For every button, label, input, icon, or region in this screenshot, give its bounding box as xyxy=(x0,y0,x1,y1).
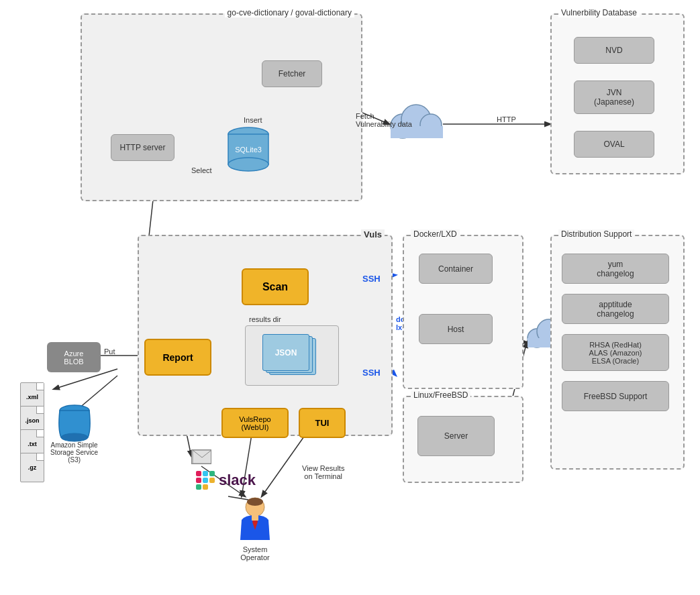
freebsd-component: FreeBSD Support xyxy=(562,381,669,411)
svg-rect-46 xyxy=(203,478,208,483)
nvd-component: NVD xyxy=(574,37,654,64)
oval-component: OVAL xyxy=(574,131,654,158)
svg-rect-44 xyxy=(203,484,208,490)
slack-logo: slack xyxy=(195,470,256,491)
svg-rect-41 xyxy=(203,471,208,476)
scan-component: Scan xyxy=(242,268,309,305)
svg-line-21 xyxy=(262,435,305,496)
diagram-container: go-cve-dictionary / goval-dictionary Fet… xyxy=(0,0,700,595)
svg-rect-49 xyxy=(252,515,258,521)
svg-rect-42 xyxy=(209,471,215,476)
sqlite3-component: SQLite3 xyxy=(221,124,275,180)
results-dir-label: results dir xyxy=(249,315,281,323)
svg-point-33 xyxy=(61,433,88,441)
insert-label: Insert xyxy=(244,116,262,124)
docker-title: Docker/LXD xyxy=(411,229,460,239)
yum-component: yum changelog xyxy=(562,254,669,284)
svg-rect-45 xyxy=(196,484,201,490)
put-label: Put xyxy=(104,347,115,356)
person-svg xyxy=(235,496,275,543)
envelope-svg xyxy=(192,449,211,464)
results-dir-box: results dir JSON xyxy=(245,325,339,386)
server-component: Server xyxy=(417,416,495,456)
http-server-component: HTTP server xyxy=(111,134,174,161)
host-component: Host xyxy=(419,314,493,344)
jvn-component: JVN (Japanese) xyxy=(574,80,654,114)
svg-point-26 xyxy=(228,158,268,171)
dist-title: Distribution Support xyxy=(558,229,634,239)
slack-icon-svg xyxy=(195,470,216,491)
vuln-db-title: Vulnerbility Database xyxy=(558,8,640,17)
apptitude-component: apptitude changelog xyxy=(562,294,669,324)
vuls-title: Vuls xyxy=(361,229,385,239)
cve-dict-title: go-cve-dictionary / goval-dictionary xyxy=(225,8,354,17)
svg-rect-40 xyxy=(196,471,201,476)
svg-rect-43 xyxy=(209,478,215,483)
ssh-docker-label: SSH xyxy=(362,274,381,284)
linux-title: Linux/FreeBSD xyxy=(411,390,470,400)
rhsa-component: RHSA (RedHat) ALAS (Amazon) ELSA (Oracle… xyxy=(562,334,669,371)
svg-point-48 xyxy=(247,498,263,506)
gz-file: .gz xyxy=(20,453,44,482)
fetch-label: Fetch Vulnerability data xyxy=(356,104,412,128)
person-icon: System Operator xyxy=(228,496,282,561)
tui-component: TUI xyxy=(299,408,346,438)
s3-svg xyxy=(54,402,95,443)
vulsrepo-component: VulsRepo (WebUI) xyxy=(221,408,289,438)
report-component: Report xyxy=(144,339,211,376)
azure-blob-component: Azure BLOB xyxy=(47,342,101,372)
ssh-linux-label: SSH xyxy=(362,368,381,378)
s3-bucket: Amazon SimpleStorage Service(S3) xyxy=(50,402,98,464)
sqlite3-svg: SQLite3 xyxy=(221,124,275,178)
svg-rect-39 xyxy=(196,478,201,483)
http-top-label: HTTP xyxy=(497,115,516,123)
container-component: Container xyxy=(419,254,493,284)
envelope-icon xyxy=(191,449,211,464)
fetcher-component: Fetcher xyxy=(262,60,322,87)
view-results-label: View Results on Terminal xyxy=(302,456,344,480)
svg-text:SQLite3: SQLite3 xyxy=(235,146,262,154)
select-label: Select xyxy=(191,166,212,174)
system-operator-label: System Operator xyxy=(228,545,282,561)
